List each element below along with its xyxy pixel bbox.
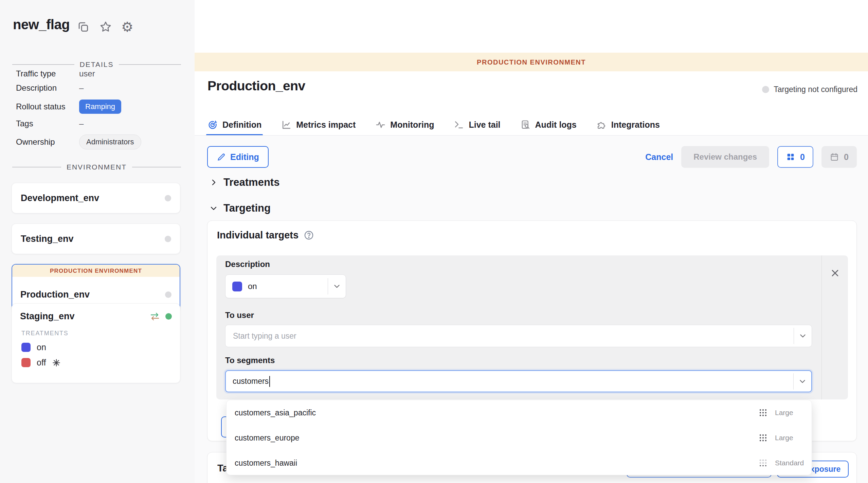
treatments-section-toggle[interactable]: Treatments: [210, 176, 279, 189]
terminal-icon: [454, 120, 464, 130]
env-name: Staging_env: [20, 311, 150, 322]
segment-grid-icon-large: [758, 433, 768, 443]
segment-size: Large: [775, 409, 803, 417]
description-value: –: [79, 83, 84, 93]
chevron-down-icon: [332, 282, 341, 291]
tab-metrics-impact[interactable]: Metrics impact: [281, 114, 356, 136]
gear-icon[interactable]: ⚙: [121, 20, 134, 33]
tags-value: –: [79, 119, 84, 128]
to-user-input[interactable]: Start typing a user: [225, 325, 812, 347]
segment-option-hawaii[interactable]: customers_hawaii Standard: [227, 450, 812, 475]
text-cursor: [269, 376, 270, 387]
production-environment-banner: PRODUCTION ENVIRONMENT: [12, 265, 180, 277]
copy-icon[interactable]: [77, 20, 90, 33]
env-status-dot: [165, 236, 171, 242]
description-field-label: Description: [225, 260, 270, 269]
details-heading: DETAILS: [80, 60, 114, 69]
tab-bar: Definition Metrics impact Monitoring Liv…: [207, 114, 660, 136]
env-name: Testing_env: [21, 234, 165, 244]
details-section-header: DETAILS: [12, 60, 181, 69]
treatment-row-off: off: [21, 358, 172, 368]
flag-name-title: new_flag: [13, 17, 70, 32]
sync-arrows-icon: [150, 311, 160, 322]
treatment-color-swatch-on: [21, 343, 31, 352]
treatments-heading: TREATMENTS: [21, 330, 172, 337]
help-question-icon[interactable]: [304, 230, 314, 240]
puzzle-icon: [596, 120, 607, 130]
changes-count-button[interactable]: 0: [777, 146, 813, 168]
individual-targets-title: Individual targets: [217, 230, 299, 241]
divider: [12, 167, 61, 167]
chevron-down-icon: [798, 377, 807, 386]
env-status-dot: [165, 291, 171, 298]
schedule-count: 0: [844, 152, 849, 162]
editing-button[interactable]: Editing: [207, 146, 269, 168]
chevron-right-icon: [210, 178, 218, 186]
segment-grid-icon-large: [758, 408, 768, 418]
treatment-color-swatch: [232, 282, 242, 291]
calendar-icon: [830, 152, 839, 162]
divider: [821, 255, 822, 399]
segment-option-asia-pacific[interactable]: customers_asia_pacific Large: [227, 400, 812, 425]
treatment-label: off: [37, 358, 46, 368]
changes-count: 0: [800, 152, 805, 162]
chevron-down-icon: [210, 204, 218, 212]
treatment-select[interactable]: on: [225, 274, 346, 298]
review-changes-label: Review changes: [693, 152, 757, 162]
tags-label: Tags: [16, 119, 79, 128]
env-card-testing[interactable]: Testing_env: [12, 223, 180, 254]
status-dot: [762, 86, 769, 93]
segment-name: customers_europe: [235, 433, 758, 443]
env-name: Production_env: [20, 289, 165, 300]
segment-size: Large: [775, 434, 803, 442]
divider: [132, 167, 181, 167]
tab-live-tail[interactable]: Live tail: [454, 114, 500, 136]
to-segments-input[interactable]: customers: [225, 370, 812, 392]
tab-label: Integrations: [611, 120, 660, 130]
tab-monitoring[interactable]: Monitoring: [375, 114, 434, 136]
review-changes-button[interactable]: Review changes: [681, 146, 769, 168]
env-status-dot-green: [165, 313, 172, 320]
default-treatment-asterisk-icon: [52, 358, 61, 367]
tab-audit-logs[interactable]: Audit logs: [520, 114, 577, 136]
app-root: new_flag ⚙ DETAILS Traffic type user Des…: [0, 0, 868, 483]
star-icon[interactable]: [99, 20, 112, 33]
segment-name: customers_hawaii: [235, 459, 758, 468]
tab-label: Definition: [222, 120, 261, 130]
cancel-button[interactable]: Cancel: [645, 152, 673, 162]
chevron-down-icon: [798, 332, 807, 340]
divider: [12, 64, 74, 65]
segment-option-europe[interactable]: customers_europe Large: [227, 425, 812, 450]
env-name: Development_env: [21, 193, 165, 203]
targeting-section-toggle[interactable]: Targeting: [210, 202, 271, 214]
close-icon[interactable]: [830, 268, 840, 279]
tab-definition[interactable]: Definition: [207, 114, 261, 136]
rollout-status-label: Rollout status: [16, 102, 79, 111]
segments-dropdown: customers_asia_pacific Large customers_e…: [226, 400, 812, 475]
tab-label: Metrics impact: [296, 120, 356, 130]
detail-row-description: Description –: [16, 83, 181, 93]
grid-icon: [786, 152, 795, 162]
traffic-type-value: user: [79, 69, 95, 78]
treatment-row-on: on: [21, 342, 172, 352]
treatments-section-title: Treatments: [223, 176, 279, 189]
detail-row-traffic-type: Traffic type user: [16, 69, 181, 78]
target-rule-panel: Description on To user Start typing a us…: [216, 255, 848, 399]
segment-size: Standard: [775, 459, 803, 467]
to-user-field-label: To user: [225, 310, 254, 320]
segment-grid-icon-standard: [758, 458, 768, 468]
tab-label: Audit logs: [535, 120, 577, 130]
status-text: Targeting not configured: [774, 85, 857, 94]
targeting-section-title: Targeting: [223, 202, 271, 214]
env-card-staging[interactable]: Staging_env TREATMENTS on off: [12, 303, 180, 383]
schedule-count-button[interactable]: 0: [821, 146, 857, 168]
main-content: Editing Cancel Review changes 0 0 Treatm…: [195, 136, 868, 483]
env-status-dot: [165, 195, 171, 201]
environment-section-header: ENVIRONMENT: [12, 163, 181, 171]
audit-log-icon: [520, 120, 531, 130]
production-environment-banner: PRODUCTION ENVIRONMENT: [195, 53, 868, 71]
env-card-development[interactable]: Development_env: [12, 183, 180, 213]
environment-heading: ENVIRONMENT: [67, 163, 127, 171]
to-segments-field-label: To segments: [225, 356, 275, 365]
tab-integrations[interactable]: Integrations: [596, 114, 660, 136]
